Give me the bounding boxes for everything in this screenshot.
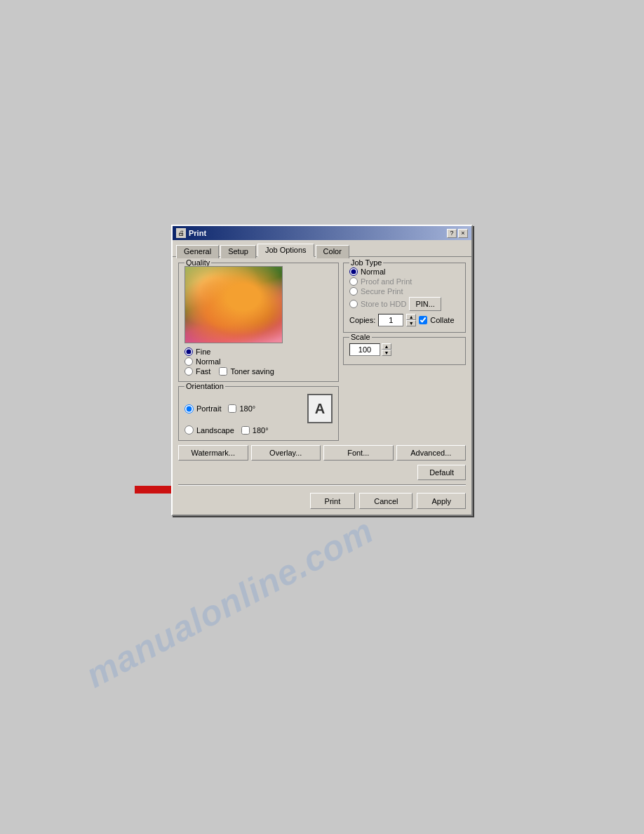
- job-proof-item: Proof and Print: [349, 277, 459, 286]
- printer-icon: 🖨: [176, 228, 186, 238]
- orientation-preview: A: [307, 394, 333, 423]
- quality-preview-image: [185, 266, 283, 343]
- cancel-button[interactable]: Cancel: [359, 493, 412, 509]
- tab-bar: General Setup Job Options Color: [173, 240, 471, 256]
- default-row: Default: [178, 465, 466, 480]
- portrait-180-item: 180°: [228, 404, 255, 413]
- copies-label: Copies:: [349, 316, 375, 324]
- print-button[interactable]: Print: [310, 493, 356, 509]
- quality-fast-radio[interactable]: [185, 367, 193, 376]
- collate-label: Collate: [430, 316, 454, 324]
- toner-saving-item: Toner saving: [219, 367, 274, 376]
- landscape-item: Landscape: [185, 425, 234, 435]
- print-dialog: 🖨 Print ? × General Setup Job Options Co…: [171, 225, 473, 516]
- right-column: Job Type Normal Proof and Print: [343, 263, 466, 445]
- quality-fine-label: Fine: [196, 348, 210, 356]
- tab-job-options[interactable]: Job Options: [257, 244, 314, 257]
- quality-normal-label: Normal: [196, 357, 220, 366]
- job-secure-label: Secure Print: [361, 287, 403, 296]
- quality-fine-item: Fine: [185, 348, 333, 356]
- action-row: Print Cancel Apply: [178, 490, 466, 509]
- scale-title: Scale: [349, 333, 372, 341]
- title-bar-left: 🖨 Print: [176, 228, 206, 238]
- job-normal-item: Normal: [349, 267, 459, 276]
- orientation-group: Orientation Portrait 180°: [178, 386, 339, 441]
- default-button[interactable]: Default: [417, 465, 466, 480]
- toner-saving-checkbox[interactable]: [219, 367, 227, 376]
- tab-color[interactable]: Color: [316, 245, 349, 258]
- job-type-title: Job Type: [349, 258, 383, 267]
- quality-normal-radio[interactable]: [185, 357, 193, 366]
- orientation-title: Orientation: [185, 382, 225, 390]
- job-type-group: Job Type Normal Proof and Print: [343, 263, 466, 333]
- scale-spinner: ▲ ▼: [382, 343, 391, 356]
- scale-group: Scale ▲ ▼: [343, 337, 466, 365]
- landscape-180-label: 180°: [253, 426, 269, 435]
- landscape-row: Landscape 180°: [185, 425, 333, 435]
- pin-button[interactable]: PIN...: [409, 297, 441, 311]
- main-layout: Quality Fine: [178, 263, 466, 445]
- collate-item: Collate: [419, 316, 454, 324]
- page-background: manualonline.com 🖨 Print ? × General Set…: [0, 0, 644, 834]
- landscape-180-checkbox[interactable]: [241, 426, 250, 435]
- toner-saving-label: Toner saving: [230, 367, 274, 376]
- job-store-radio[interactable]: [349, 300, 358, 308]
- portrait-180-checkbox[interactable]: [228, 404, 236, 413]
- copies-up-btn[interactable]: ▲: [406, 314, 416, 320]
- quality-fine-radio[interactable]: [185, 348, 193, 356]
- job-store-label: Store to HDD: [361, 300, 406, 308]
- left-column: Quality Fine: [178, 263, 339, 445]
- portrait-row: Portrait 180° A: [185, 394, 333, 423]
- orientation-options: Portrait 180° A: [185, 390, 333, 435]
- quality-normal-item: Normal: [185, 357, 333, 366]
- portrait-180-label: 180°: [239, 404, 255, 413]
- toolbar-row: Watermark... Overlay... Font... Advanced…: [178, 445, 466, 461]
- advanced-button[interactable]: Advanced...: [396, 445, 467, 461]
- scale-input[interactable]: [349, 343, 380, 356]
- close-button[interactable]: ×: [458, 229, 468, 238]
- job-type-radios: Normal Proof and Print Secure Print: [349, 267, 459, 311]
- watermark-overlay: manualonline.com: [79, 510, 380, 696]
- help-button[interactable]: ?: [447, 229, 457, 238]
- scale-up-btn[interactable]: ▲: [382, 343, 391, 350]
- portrait-label: Portrait: [196, 404, 221, 413]
- collate-checkbox[interactable]: [419, 316, 427, 324]
- job-store-item: Store to HDD PIN...: [349, 297, 459, 311]
- job-normal-radio[interactable]: [349, 267, 358, 276]
- quality-radio-group: Fine Normal Fast Ton: [185, 348, 333, 376]
- landscape-label: Landscape: [196, 426, 234, 435]
- job-normal-label: Normal: [361, 267, 385, 276]
- portrait-item: Portrait: [185, 404, 221, 413]
- scale-row: ▲ ▼: [349, 340, 459, 359]
- tab-setup[interactable]: Setup: [220, 245, 256, 258]
- job-proof-label: Proof and Print: [361, 277, 412, 286]
- title-bar: 🖨 Print ? ×: [173, 226, 471, 240]
- landscape-180-item: 180°: [241, 426, 269, 435]
- overlay-button[interactable]: Overlay...: [251, 445, 321, 461]
- title-bar-buttons: ? ×: [447, 229, 468, 238]
- scale-down-btn[interactable]: ▼: [382, 350, 391, 356]
- tab-general[interactable]: General: [176, 245, 219, 258]
- job-secure-radio[interactable]: [349, 287, 358, 296]
- watermark-button[interactable]: Watermark...: [178, 445, 248, 461]
- apply-button[interactable]: Apply: [417, 493, 466, 509]
- quality-fast-item: Fast Toner saving: [185, 367, 333, 376]
- copies-input[interactable]: [378, 314, 403, 326]
- quality-fast-label: Fast: [196, 367, 210, 376]
- butterfly-image: [185, 267, 282, 343]
- quality-group: Quality Fine: [178, 263, 339, 382]
- portrait-radio[interactable]: [185, 404, 194, 413]
- dialog-title: Print: [189, 229, 206, 237]
- copies-spinner: ▲ ▼: [406, 314, 416, 326]
- dialog-body: Quality Fine: [173, 256, 471, 515]
- separator: [178, 484, 466, 486]
- job-secure-item: Secure Print: [349, 287, 459, 296]
- job-proof-radio[interactable]: [349, 277, 358, 286]
- landscape-radio[interactable]: [185, 425, 194, 435]
- copies-row: Copies: ▲ ▼ Collate: [349, 314, 459, 326]
- copies-down-btn[interactable]: ▼: [406, 320, 416, 326]
- font-button[interactable]: Font...: [323, 445, 394, 461]
